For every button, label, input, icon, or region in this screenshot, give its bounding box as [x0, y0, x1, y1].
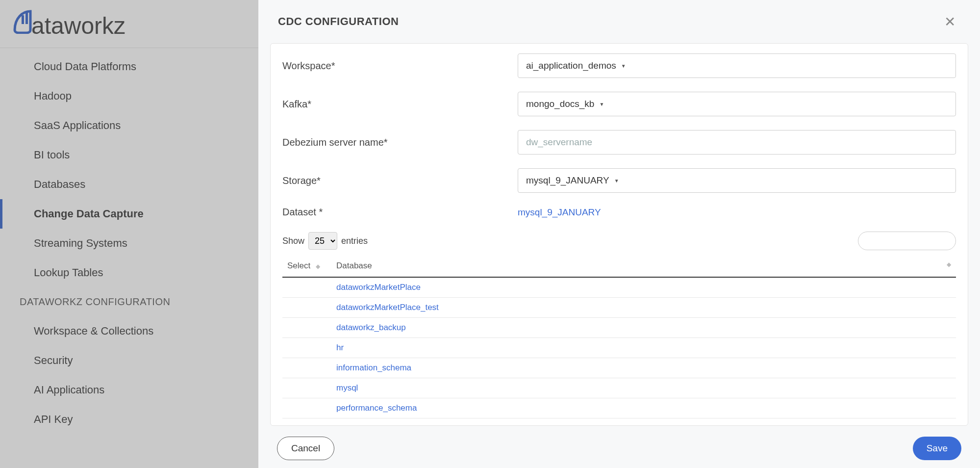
sidebar-item-label: Workspace & Collections [34, 325, 153, 338]
dataset-link[interactable]: mysql_9_JANUARY [518, 207, 601, 217]
sidebar-item-label: Databases [34, 178, 85, 191]
modal-area: CDC CONFIGURATION ✕ Workspace* ai_applic… [258, 0, 980, 468]
table-row: mysql [282, 378, 956, 398]
table-controls: Show 25 entries [282, 232, 956, 250]
debezium-label: Debezium server name* [282, 137, 518, 148]
close-icon[interactable]: ✕ [939, 11, 960, 33]
database-link[interactable]: dataworkzMarketPlace_test [336, 303, 439, 312]
entries-select[interactable]: 25 [308, 232, 337, 250]
table-header-select[interactable]: Select ◆ [282, 255, 331, 277]
entries-label: entries [341, 236, 368, 246]
kafka-value: mongo_docs_kb [526, 99, 594, 109]
sidebar-item-change-data-capture[interactable]: Change Data Capture [0, 199, 258, 229]
sidebar-item-databases[interactable]: Databases [0, 170, 258, 199]
logo-mark-icon [13, 8, 32, 40]
table-row: information_schema [282, 358, 956, 378]
table-row: dataworkz_backup [282, 318, 956, 338]
sidebar-item-label: Security [34, 354, 73, 367]
database-link[interactable]: dataworkzMarketPlace [336, 283, 421, 292]
svg-rect-1 [25, 12, 28, 24]
database-link[interactable]: dataworkz_backup [336, 323, 406, 332]
sidebar-item-label: SaaS Applications [34, 119, 121, 132]
database-link[interactable]: hr [336, 343, 344, 352]
sidebar-item-cloud-data-platforms[interactable]: Cloud Data Platforms [0, 52, 258, 81]
debezium-input[interactable] [518, 130, 956, 155]
sidebar: ataworkz Cloud Data Platforms Hadoop Saa… [0, 0, 258, 468]
sidebar-item-ai-applications[interactable]: AI Applications [0, 375, 258, 405]
database-link[interactable]: performance_schema [336, 403, 417, 413]
svg-rect-0 [22, 15, 24, 24]
database-link[interactable]: sys [336, 423, 349, 426]
show-label: Show [282, 236, 304, 246]
sidebar-item-label: API Key [34, 413, 73, 426]
workspace-select[interactable]: ai_application_demos ▼ [518, 53, 956, 78]
nav-group-1: Cloud Data Platforms Hadoop SaaS Applica… [0, 52, 258, 287]
cancel-button[interactable]: Cancel [277, 437, 334, 460]
save-button[interactable]: Save [913, 437, 961, 460]
sidebar-section-header: DATAWORKZ CONFIGURATION [0, 287, 258, 312]
sidebar-item-api-key[interactable]: API Key [0, 405, 258, 434]
sidebar-item-label: Lookup Tables [34, 266, 103, 279]
caret-down-icon: ▼ [614, 178, 619, 183]
logo-text: ataworkz [31, 12, 126, 39]
debezium-row: Debezium server name* [282, 130, 956, 155]
workspace-value: ai_application_demos [526, 60, 616, 71]
dataset-row: Dataset * mysql_9_JANUARY [282, 207, 956, 218]
table-row: dataworkzMarketPlace [282, 277, 956, 298]
kafka-label: Kafka* [282, 99, 518, 110]
table-header-database-label: Database [336, 261, 372, 270]
database-link[interactable]: information_schema [336, 363, 411, 372]
table-header-database[interactable]: Database ◆ [331, 255, 956, 277]
caret-down-icon: ▼ [621, 63, 626, 69]
nav-group-2: Workspace & Collections Security AI Appl… [0, 316, 258, 434]
table-row: hr [282, 338, 956, 358]
sidebar-item-label: Streaming Systems [34, 237, 127, 250]
sidebar-item-streaming-systems[interactable]: Streaming Systems [0, 229, 258, 258]
sidebar-item-workspace-collections[interactable]: Workspace & Collections [0, 316, 258, 346]
show-entries: Show 25 entries [282, 232, 368, 250]
sidebar-item-label: Change Data Capture [34, 208, 144, 220]
sidebar-item-label: BI tools [34, 149, 70, 161]
table-row: dataworkzMarketPlace_test [282, 298, 956, 318]
kafka-select[interactable]: mongo_docs_kb ▼ [518, 92, 956, 116]
sidebar-item-security[interactable]: Security [0, 346, 258, 375]
sidebar-item-label: Cloud Data Platforms [34, 60, 136, 73]
logo-area: ataworkz [0, 0, 258, 48]
storage-value: mysql_9_JANUARY [526, 175, 609, 186]
sort-icon: ◆ [947, 261, 951, 268]
sidebar-item-label: AI Applications [34, 384, 104, 396]
modal-body: Workspace* ai_application_demos ▼ Kafka*… [270, 43, 968, 426]
sidebar-item-lookup-tables[interactable]: Lookup Tables [0, 258, 258, 287]
modal-footer: Cancel Save [258, 429, 980, 468]
table-search-input[interactable] [858, 232, 956, 250]
modal-header: CDC CONFIGURATION ✕ [258, 0, 980, 43]
kafka-row: Kafka* mongo_docs_kb ▼ [282, 92, 956, 116]
sidebar-item-bi-tools[interactable]: BI tools [0, 140, 258, 170]
table-row: performance_schema [282, 398, 956, 418]
sidebar-item-label: Hadoop [34, 90, 72, 103]
table-row: sys [282, 418, 956, 426]
storage-row: Storage* mysql_9_JANUARY ▼ [282, 168, 956, 193]
workspace-row: Workspace* ai_application_demos ▼ [282, 53, 956, 78]
storage-select[interactable]: mysql_9_JANUARY ▼ [518, 168, 956, 193]
logo: ataworkz [13, 8, 126, 40]
dataset-label: Dataset * [282, 207, 518, 218]
caret-down-icon: ▼ [599, 102, 604, 107]
sidebar-item-saas-applications[interactable]: SaaS Applications [0, 111, 258, 140]
storage-label: Storage* [282, 175, 518, 186]
database-table: Select ◆ Database ◆ dataworkzMarketPlace… [282, 255, 956, 426]
sidebar-item-hadoop[interactable]: Hadoop [0, 81, 258, 111]
workspace-label: Workspace* [282, 60, 518, 72]
database-link[interactable]: mysql [336, 383, 358, 392]
table-header-select-label: Select [287, 261, 310, 270]
sort-icon: ◆ [316, 263, 320, 270]
modal-title: CDC CONFIGURATION [278, 15, 399, 28]
